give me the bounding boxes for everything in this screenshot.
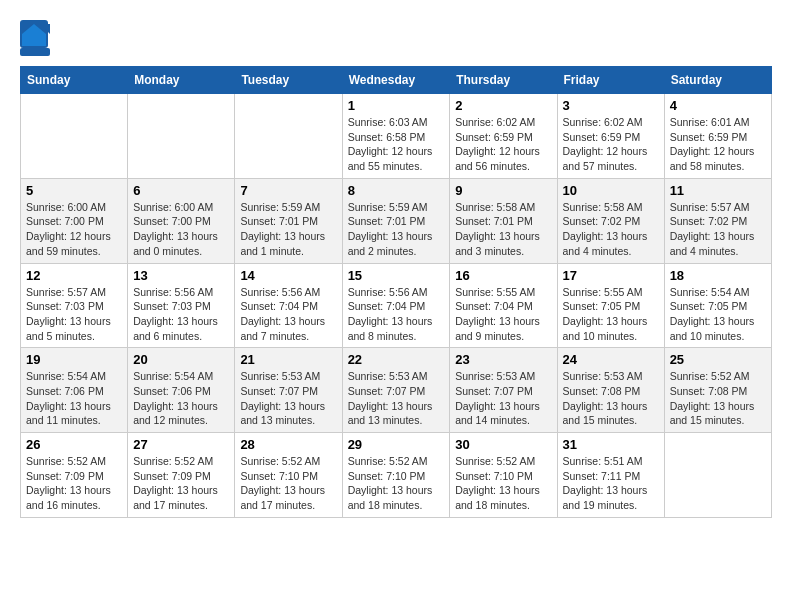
day-number: 29 [348, 437, 445, 452]
day-number: 15 [348, 268, 445, 283]
calendar-cell [664, 433, 771, 518]
day-info: Sunrise: 5:58 AM Sunset: 7:01 PM Dayligh… [455, 200, 551, 259]
calendar-cell: 16Sunrise: 5:55 AM Sunset: 7:04 PM Dayli… [450, 263, 557, 348]
calendar-cell: 26Sunrise: 5:52 AM Sunset: 7:09 PM Dayli… [21, 433, 128, 518]
calendar-cell: 17Sunrise: 5:55 AM Sunset: 7:05 PM Dayli… [557, 263, 664, 348]
week-row-1: 1Sunrise: 6:03 AM Sunset: 6:58 PM Daylig… [21, 94, 772, 179]
calendar-table: SundayMondayTuesdayWednesdayThursdayFrid… [20, 66, 772, 518]
day-number: 13 [133, 268, 229, 283]
calendar-cell: 20Sunrise: 5:54 AM Sunset: 7:06 PM Dayli… [128, 348, 235, 433]
calendar-cell: 23Sunrise: 5:53 AM Sunset: 7:07 PM Dayli… [450, 348, 557, 433]
day-number: 6 [133, 183, 229, 198]
day-info: Sunrise: 5:54 AM Sunset: 7:06 PM Dayligh… [26, 369, 122, 428]
day-number: 4 [670, 98, 766, 113]
calendar-cell: 19Sunrise: 5:54 AM Sunset: 7:06 PM Dayli… [21, 348, 128, 433]
header-day-wednesday: Wednesday [342, 67, 450, 94]
day-info: Sunrise: 5:54 AM Sunset: 7:05 PM Dayligh… [670, 285, 766, 344]
day-number: 1 [348, 98, 445, 113]
day-info: Sunrise: 6:02 AM Sunset: 6:59 PM Dayligh… [455, 115, 551, 174]
header-row: SundayMondayTuesdayWednesdayThursdayFrid… [21, 67, 772, 94]
calendar-cell: 10Sunrise: 5:58 AM Sunset: 7:02 PM Dayli… [557, 178, 664, 263]
day-info: Sunrise: 5:55 AM Sunset: 7:04 PM Dayligh… [455, 285, 551, 344]
calendar-cell: 13Sunrise: 5:56 AM Sunset: 7:03 PM Dayli… [128, 263, 235, 348]
calendar-cell: 30Sunrise: 5:52 AM Sunset: 7:10 PM Dayli… [450, 433, 557, 518]
day-info: Sunrise: 5:56 AM Sunset: 7:04 PM Dayligh… [348, 285, 445, 344]
calendar-cell [128, 94, 235, 179]
day-number: 21 [240, 352, 336, 367]
day-number: 11 [670, 183, 766, 198]
week-row-5: 26Sunrise: 5:52 AM Sunset: 7:09 PM Dayli… [21, 433, 772, 518]
calendar-cell: 8Sunrise: 5:59 AM Sunset: 7:01 PM Daylig… [342, 178, 450, 263]
day-number: 23 [455, 352, 551, 367]
day-number: 2 [455, 98, 551, 113]
day-number: 24 [563, 352, 659, 367]
day-info: Sunrise: 5:53 AM Sunset: 7:07 PM Dayligh… [348, 369, 445, 428]
day-number: 25 [670, 352, 766, 367]
week-row-2: 5Sunrise: 6:00 AM Sunset: 7:00 PM Daylig… [21, 178, 772, 263]
day-info: Sunrise: 5:56 AM Sunset: 7:04 PM Dayligh… [240, 285, 336, 344]
calendar-cell [235, 94, 342, 179]
day-info: Sunrise: 6:03 AM Sunset: 6:58 PM Dayligh… [348, 115, 445, 174]
day-number: 22 [348, 352, 445, 367]
day-number: 19 [26, 352, 122, 367]
day-number: 27 [133, 437, 229, 452]
day-info: Sunrise: 5:53 AM Sunset: 7:07 PM Dayligh… [240, 369, 336, 428]
day-number: 30 [455, 437, 551, 452]
calendar-cell: 15Sunrise: 5:56 AM Sunset: 7:04 PM Dayli… [342, 263, 450, 348]
day-number: 28 [240, 437, 336, 452]
header-day-thursday: Thursday [450, 67, 557, 94]
day-info: Sunrise: 5:57 AM Sunset: 7:03 PM Dayligh… [26, 285, 122, 344]
calendar-cell: 4Sunrise: 6:01 AM Sunset: 6:59 PM Daylig… [664, 94, 771, 179]
calendar-cell: 22Sunrise: 5:53 AM Sunset: 7:07 PM Dayli… [342, 348, 450, 433]
day-number: 8 [348, 183, 445, 198]
svg-rect-3 [20, 48, 50, 56]
day-info: Sunrise: 5:59 AM Sunset: 7:01 PM Dayligh… [240, 200, 336, 259]
day-number: 16 [455, 268, 551, 283]
day-number: 31 [563, 437, 659, 452]
calendar-cell: 28Sunrise: 5:52 AM Sunset: 7:10 PM Dayli… [235, 433, 342, 518]
day-info: Sunrise: 5:52 AM Sunset: 7:10 PM Dayligh… [455, 454, 551, 513]
week-row-3: 12Sunrise: 5:57 AM Sunset: 7:03 PM Dayli… [21, 263, 772, 348]
calendar-cell: 5Sunrise: 6:00 AM Sunset: 7:00 PM Daylig… [21, 178, 128, 263]
day-number: 12 [26, 268, 122, 283]
day-number: 7 [240, 183, 336, 198]
day-number: 5 [26, 183, 122, 198]
day-info: Sunrise: 5:53 AM Sunset: 7:07 PM Dayligh… [455, 369, 551, 428]
calendar-cell: 21Sunrise: 5:53 AM Sunset: 7:07 PM Dayli… [235, 348, 342, 433]
header-day-saturday: Saturday [664, 67, 771, 94]
day-info: Sunrise: 5:59 AM Sunset: 7:01 PM Dayligh… [348, 200, 445, 259]
day-info: Sunrise: 6:01 AM Sunset: 6:59 PM Dayligh… [670, 115, 766, 174]
calendar-body: 1Sunrise: 6:03 AM Sunset: 6:58 PM Daylig… [21, 94, 772, 518]
calendar-cell: 14Sunrise: 5:56 AM Sunset: 7:04 PM Dayli… [235, 263, 342, 348]
calendar-cell: 2Sunrise: 6:02 AM Sunset: 6:59 PM Daylig… [450, 94, 557, 179]
day-info: Sunrise: 5:54 AM Sunset: 7:06 PM Dayligh… [133, 369, 229, 428]
header-day-tuesday: Tuesday [235, 67, 342, 94]
day-number: 9 [455, 183, 551, 198]
day-info: Sunrise: 6:02 AM Sunset: 6:59 PM Dayligh… [563, 115, 659, 174]
day-info: Sunrise: 5:51 AM Sunset: 7:11 PM Dayligh… [563, 454, 659, 513]
calendar-cell: 1Sunrise: 6:03 AM Sunset: 6:58 PM Daylig… [342, 94, 450, 179]
calendar-cell: 7Sunrise: 5:59 AM Sunset: 7:01 PM Daylig… [235, 178, 342, 263]
day-info: Sunrise: 5:56 AM Sunset: 7:03 PM Dayligh… [133, 285, 229, 344]
calendar-cell: 31Sunrise: 5:51 AM Sunset: 7:11 PM Dayli… [557, 433, 664, 518]
day-number: 10 [563, 183, 659, 198]
page-header [20, 20, 772, 56]
day-info: Sunrise: 5:52 AM Sunset: 7:09 PM Dayligh… [133, 454, 229, 513]
day-info: Sunrise: 6:00 AM Sunset: 7:00 PM Dayligh… [26, 200, 122, 259]
calendar-cell: 29Sunrise: 5:52 AM Sunset: 7:10 PM Dayli… [342, 433, 450, 518]
calendar-cell: 3Sunrise: 6:02 AM Sunset: 6:59 PM Daylig… [557, 94, 664, 179]
day-number: 3 [563, 98, 659, 113]
calendar-cell [21, 94, 128, 179]
calendar-cell: 25Sunrise: 5:52 AM Sunset: 7:08 PM Dayli… [664, 348, 771, 433]
day-info: Sunrise: 5:55 AM Sunset: 7:05 PM Dayligh… [563, 285, 659, 344]
calendar-cell: 18Sunrise: 5:54 AM Sunset: 7:05 PM Dayli… [664, 263, 771, 348]
calendar-header: SundayMondayTuesdayWednesdayThursdayFrid… [21, 67, 772, 94]
calendar-cell: 9Sunrise: 5:58 AM Sunset: 7:01 PM Daylig… [450, 178, 557, 263]
day-info: Sunrise: 5:57 AM Sunset: 7:02 PM Dayligh… [670, 200, 766, 259]
calendar-cell: 12Sunrise: 5:57 AM Sunset: 7:03 PM Dayli… [21, 263, 128, 348]
calendar-cell: 6Sunrise: 6:00 AM Sunset: 7:00 PM Daylig… [128, 178, 235, 263]
logo [20, 20, 54, 56]
week-row-4: 19Sunrise: 5:54 AM Sunset: 7:06 PM Dayli… [21, 348, 772, 433]
header-day-friday: Friday [557, 67, 664, 94]
logo-icon [20, 20, 50, 56]
